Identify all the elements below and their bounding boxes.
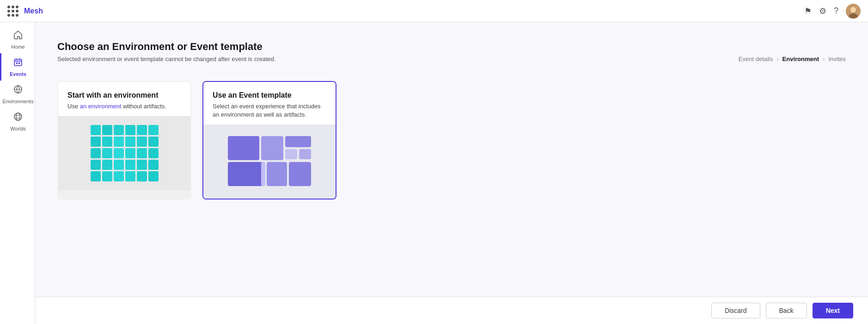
sidebar-item-environments-label: Environments <box>2 99 33 104</box>
svg-point-8 <box>16 113 20 120</box>
card-environment[interactable]: Start with an environment Use an environ… <box>57 81 191 199</box>
breadcrumb: Event details › Environment › Invites <box>739 56 846 62</box>
back-button[interactable]: Back <box>766 303 807 318</box>
help-icon[interactable]: ? <box>834 6 838 16</box>
event-template-mosaic <box>228 136 311 187</box>
card-event-template-desc: Select an event experience that includes… <box>213 102 326 119</box>
sidebar: Home Events Environments Worlds <box>0 22 35 324</box>
card-environment-title: Start with an environment <box>67 91 181 100</box>
discard-button[interactable]: Discard <box>711 303 760 318</box>
sidebar-item-events[interactable]: Events <box>0 53 35 81</box>
svg-rect-4 <box>16 62 18 64</box>
breadcrumb-arrow-2: › <box>823 56 825 62</box>
app-title: Mesh <box>24 7 43 15</box>
cards-row: Start with an environment Use an environ… <box>57 81 846 199</box>
breadcrumb-invites: Invites <box>828 56 846 62</box>
breadcrumb-environment: Environment <box>782 56 819 62</box>
apps-icon[interactable] <box>7 6 18 17</box>
sidebar-item-worlds-label: Worlds <box>10 126 26 131</box>
bottom-bar: Discard Back Next <box>35 297 868 324</box>
content: Choose an Environment or Event template … <box>35 22 868 297</box>
worlds-icon <box>13 112 23 124</box>
sidebar-item-home[interactable]: Home <box>0 26 35 53</box>
top-bar: Mesh ⚑ ⚙ ? <box>0 0 868 22</box>
main-container: Home Events Environments Worlds Event de… <box>0 22 868 324</box>
avatar[interactable] <box>846 4 861 19</box>
svg-rect-5 <box>18 62 20 64</box>
events-icon <box>13 57 23 69</box>
card-environment-header: Start with an environment Use an environ… <box>58 82 190 116</box>
card-event-template-header: Use an Event template Select an event ex… <box>203 82 336 125</box>
svg-point-7 <box>14 113 22 120</box>
environments-icon <box>13 84 23 97</box>
environment-grid <box>91 125 159 181</box>
breadcrumb-arrow-1: › <box>776 56 778 62</box>
sidebar-item-events-label: Events <box>10 71 26 77</box>
sidebar-item-environments[interactable]: Environments <box>0 81 35 108</box>
card-event-template-title: Use an Event template <box>213 91 326 100</box>
next-button[interactable]: Next <box>813 303 853 318</box>
page-header: Choose an Environment or Event template … <box>57 41 846 62</box>
card-environment-desc: Use an environment without artifacts. <box>67 102 181 111</box>
card-event-template-image <box>203 125 336 199</box>
sidebar-item-home-label: Home <box>11 44 24 50</box>
card-environment-image <box>58 116 190 190</box>
sidebar-item-worlds[interactable]: Worlds <box>0 108 35 135</box>
page-subtitle: Selected environment or event template c… <box>57 56 846 62</box>
content-wrapper: Event details › Environment › Invites Ch… <box>35 22 868 324</box>
page-title: Choose an Environment or Event template <box>57 41 846 53</box>
svg-rect-3 <box>14 59 22 66</box>
svg-point-1 <box>850 7 856 12</box>
top-bar-right: ⚑ ⚙ ? <box>804 4 861 19</box>
top-bar-left: Mesh <box>7 6 43 17</box>
settings-icon[interactable]: ⚙ <box>819 6 826 16</box>
home-icon <box>13 30 23 42</box>
breadcrumb-event-details: Event details <box>739 56 773 62</box>
flag-icon[interactable]: ⚑ <box>804 6 812 16</box>
card-event-template[interactable]: Use an Event template Select an event ex… <box>202 81 336 199</box>
environment-link[interactable]: an environment <box>80 103 122 110</box>
